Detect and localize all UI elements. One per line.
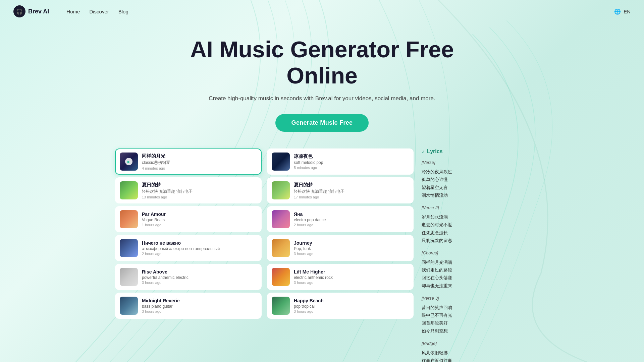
music-card-lift-me-higher[interactable]: Lift Me Higher electric anthemic rock 3 … bbox=[267, 264, 414, 290]
card-info: Яна electro pop dance 2 hours ago bbox=[294, 212, 409, 227]
music-card-par-amour[interactable]: Par Amour Vogue Beats 1 hours ago bbox=[115, 206, 262, 232]
card-genre: атмосферный электро-поп танцевальный bbox=[142, 246, 257, 251]
lyrics-section-label: [Verse 3] bbox=[422, 294, 529, 302]
lyrics-line: 我们走过的路段 bbox=[422, 266, 529, 274]
card-thumbnail: ▶ bbox=[120, 153, 138, 171]
card-title: Happy Beach bbox=[294, 298, 409, 303]
music-note-icon: ♪ bbox=[422, 148, 424, 155]
play-button[interactable]: ▶ bbox=[125, 158, 132, 165]
card-genre: pop tropical bbox=[294, 304, 409, 309]
music-card-journey[interactable]: Journey Pop, funk 3 hours ago bbox=[267, 235, 414, 261]
nav-home[interactable]: Home bbox=[66, 9, 80, 14]
logo[interactable]: 🎧 Brev AI bbox=[13, 5, 49, 17]
lyrics-line: 往事在近似往事 bbox=[422, 357, 529, 362]
card-title: Rise Above bbox=[142, 269, 257, 275]
card-time: 3 hours ago bbox=[294, 281, 409, 285]
music-card-happy-beach[interactable]: Happy Beach pop tropical 3 hours ago bbox=[267, 293, 414, 319]
card-info: 同样的月光 classic悲伤钢琴 4 minutes ago bbox=[142, 153, 257, 170]
card-title: Ничего не важно bbox=[142, 240, 257, 246]
lyrics-line: 回忆在心头荡漾 bbox=[422, 274, 529, 282]
card-info: Happy Beach pop tropical 3 hours ago bbox=[294, 298, 409, 313]
nav-blog[interactable]: Blog bbox=[118, 9, 128, 14]
card-thumbnail bbox=[272, 153, 290, 171]
card-genre: 轻松欢快 充满重趣 流行电子 bbox=[294, 189, 409, 194]
brand-name: Brev AI bbox=[28, 8, 49, 15]
lyrics-section-label: [Verse] bbox=[422, 159, 529, 166]
music-card-summer-dream-1[interactable]: 夏日的梦 轻松欢快 充满重趣 流行电子 13 minutes ago bbox=[115, 177, 262, 203]
card-title: Яна bbox=[294, 212, 409, 217]
card-time: 3 hours ago bbox=[294, 252, 409, 256]
card-thumbnail bbox=[272, 297, 290, 315]
logo-icon: 🎧 bbox=[13, 5, 25, 17]
lyrics-line: 冷冷的夜风吹过 bbox=[422, 168, 529, 176]
card-time: 13 minutes ago bbox=[142, 195, 257, 199]
nav-links: Home Discover Blog bbox=[66, 9, 128, 14]
hero-subtitle: Create high-quality music in seconds wit… bbox=[7, 95, 637, 102]
card-time: 4 minutes ago bbox=[142, 166, 257, 170]
card-time: 3 hours ago bbox=[294, 309, 409, 313]
generate-button[interactable]: Generate Music Free bbox=[275, 114, 369, 132]
card-title: Journey bbox=[294, 240, 409, 246]
card-thumbnail bbox=[120, 239, 138, 257]
card-time: 2 hours ago bbox=[142, 252, 257, 256]
card-thumbnail bbox=[272, 210, 290, 228]
card-genre: Pop, funk bbox=[294, 246, 409, 251]
nav-discover[interactable]: Discover bbox=[89, 9, 109, 14]
card-thumbnail bbox=[272, 268, 290, 286]
music-card-moonlight[interactable]: ▶ 同样的月光 classic悲伤钢琴 4 minutes ago bbox=[115, 148, 262, 175]
music-columns: ▶ 同样的月光 classic悲伤钢琴 4 minutes ago 夏日的梦 轻… bbox=[115, 148, 414, 362]
card-time: 1 hours ago bbox=[142, 223, 257, 227]
lyrics-section: [Verse 2]岁月如水流淌逝去的时光不返任凭思念滋长只剩沉默的留恋 bbox=[422, 204, 529, 244]
card-genre: 轻松欢快 充满重趣 流行电子 bbox=[142, 189, 257, 194]
card-info: Ничего не важно атмосферный электро-поп … bbox=[142, 240, 257, 256]
lyrics-section: [Verse]冷冷的夜风吹过孤单的心谁懂望着星空无言泪水悄悄流动 bbox=[422, 159, 529, 199]
language-label[interactable]: EN bbox=[624, 9, 631, 14]
music-col-left: ▶ 同样的月光 classic悲伤钢琴 4 minutes ago 夏日的梦 轻… bbox=[115, 148, 262, 362]
card-time: 5 minutes ago bbox=[294, 166, 409, 170]
card-genre: Vogue Beats bbox=[142, 218, 257, 222]
lyrics-line: 风儿依旧轻拂 bbox=[422, 349, 529, 357]
lyrics-line: 逝去的时光不返 bbox=[422, 221, 529, 229]
lyrics-line: 泪水悄悄流动 bbox=[422, 191, 529, 199]
card-info: 夏日的梦 轻松欢快 充满重趣 流行电子 17 minutes ago bbox=[294, 182, 409, 199]
card-thumbnail bbox=[120, 210, 138, 228]
lyrics-title: Lyrics bbox=[427, 148, 443, 155]
music-card-midnight-reverie[interactable]: Midnight Reverie bass piano guitar 3 hou… bbox=[115, 293, 262, 319]
lyrics-content: [Verse]冷冷的夜风吹过孤单的心谁懂望着星空无言泪水悄悄流动[Verse 2… bbox=[422, 159, 529, 362]
card-genre: electro pop dance bbox=[294, 218, 409, 222]
card-thumbnail bbox=[120, 297, 138, 315]
hero-title: AI Music Generator Free Online bbox=[7, 36, 637, 88]
lyrics-line: 昔日的笑声回响 bbox=[422, 304, 529, 311]
lyrics-line: 却再也无法重来 bbox=[422, 282, 529, 290]
card-title: Lift Me Higher bbox=[294, 269, 409, 275]
music-card-rise-above[interactable]: Rise Above powerful anthemic electric 3 … bbox=[115, 264, 262, 290]
navbar: 🎧 Brev AI Home Discover Blog 🌐 EN bbox=[0, 0, 644, 23]
hero-section: AI Music Generator Free Online Create hi… bbox=[0, 23, 644, 142]
lyrics-section: [Chorus]同样的月光洒满我们走过的路段回忆在心头荡漾却再也无法重来 bbox=[422, 249, 529, 290]
lyrics-panel: ♪ Lyrics [Verse]冷冷的夜风吹过孤单的心谁懂望着星空无言泪水悄悄流… bbox=[422, 148, 529, 362]
music-card-nichego[interactable]: Ничего не важно атмосферный электро-поп … bbox=[115, 235, 262, 261]
music-card-cool-night[interactable]: 凉凉夜色 soft melodic pop 5 minutes ago bbox=[267, 148, 414, 175]
card-title: 同样的月光 bbox=[142, 153, 257, 159]
nav-right: 🌐 EN bbox=[614, 8, 631, 15]
card-time: 17 minutes ago bbox=[294, 195, 409, 199]
lyrics-line: 同样的月光洒满 bbox=[422, 258, 529, 266]
music-card-summer-dream-2[interactable]: 夏日的梦 轻松欢快 充满重趣 流行电子 17 minutes ago bbox=[267, 177, 414, 203]
card-genre: classic悲伤钢琴 bbox=[142, 160, 257, 166]
lyrics-line: 如今只剩空想 bbox=[422, 327, 529, 335]
card-info: Journey Pop, funk 3 hours ago bbox=[294, 240, 409, 256]
lyrics-line: 回首那段美好 bbox=[422, 319, 529, 327]
card-thumbnail bbox=[120, 268, 138, 286]
content-area: ▶ 同样的月光 classic悲伤钢琴 4 minutes ago 夏日的梦 轻… bbox=[0, 142, 644, 362]
music-card-yana[interactable]: Яна electro pop dance 2 hours ago bbox=[267, 206, 414, 232]
lyrics-line: 岁月如水流淌 bbox=[422, 213, 529, 221]
card-info: Rise Above powerful anthemic electric 3 … bbox=[142, 269, 257, 285]
card-info: 凉凉夜色 soft melodic pop 5 minutes ago bbox=[294, 154, 409, 170]
language-icon: 🌐 bbox=[614, 8, 621, 15]
card-title: 凉凉夜色 bbox=[294, 154, 409, 160]
card-genre: soft melodic pop bbox=[294, 160, 409, 165]
lyrics-line: 孤单的心谁懂 bbox=[422, 176, 529, 183]
card-time: 2 hours ago bbox=[294, 223, 409, 227]
card-title: Midnight Reverie bbox=[142, 298, 257, 303]
lyrics-section-label: [Verse 2] bbox=[422, 204, 529, 212]
